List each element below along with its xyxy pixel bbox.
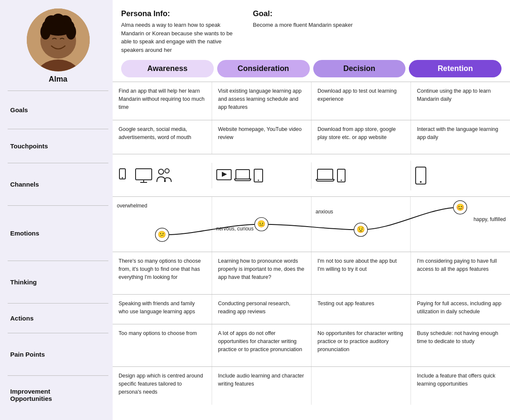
emotions-row: 😕 😐 😟 😊 overwhelmed nervous, cu <box>113 196 510 252</box>
tablet-icon <box>254 169 263 182</box>
label-pain-points: Pain Points <box>8 333 108 375</box>
svg-text:😟: 😟 <box>357 225 365 233</box>
thinking-consideration: Learning how to pronounce words properly… <box>212 252 311 294</box>
improvement-awareness: Design app which is centred around speci… <box>113 367 212 405</box>
improvement-row: Design app which is centred around speci… <box>113 366 510 405</box>
improvement-retention: Include a feature that offers quick lear… <box>411 367 510 405</box>
svg-marker-18 <box>222 172 227 177</box>
goal-body: Become a more fluent Mandarin speaker <box>253 21 353 29</box>
thinking-decision: I'm not too sure about the app but I'm w… <box>311 252 411 294</box>
persona-block: Alma <box>8 9 108 84</box>
journey-map: Alma Goals Touchpoints Channels Emotions… <box>0 0 510 420</box>
label-channels: Channels <box>8 163 108 205</box>
touchpoints-row: Google search, social media, advertiseme… <box>113 120 510 154</box>
stages-row: Awareness Consideration Decision Retenti… <box>113 60 510 82</box>
svg-point-26 <box>420 181 422 183</box>
stage-retention: Retention <box>409 60 502 77</box>
pain-points-row: Too many options to choose from A lot of… <box>113 324 510 366</box>
svg-point-21 <box>258 179 259 181</box>
thinking-row: There's so many options to choose from, … <box>113 252 510 294</box>
stage-decision: Decision <box>313 60 406 77</box>
label-goals: Goals <box>8 91 108 129</box>
persona-info-body: Alma needs a way to learn how to speak M… <box>121 21 240 54</box>
label-improvement: Improvement Opportunities <box>8 375 108 414</box>
persona-name: Alma <box>48 75 67 84</box>
play-icon <box>216 169 232 182</box>
goals-row: Find an app that will help her learn Man… <box>113 82 510 120</box>
persona-info-section: Persona Info: Alma needs a way to learn … <box>121 9 240 54</box>
label-touchpoints: Touchpoints <box>8 129 108 163</box>
actions-awareness: Speaking with friends and family who use… <box>113 295 212 324</box>
group-icon <box>155 167 173 184</box>
channels-decision <box>311 162 411 189</box>
label-emotions: Emotions <box>8 205 108 261</box>
label-thinking: Thinking <box>8 261 108 303</box>
svg-rect-12 <box>136 169 152 180</box>
svg-rect-22 <box>317 169 333 179</box>
desktop-icon <box>135 168 153 183</box>
laptop-icon2 <box>316 168 334 183</box>
channels-awareness <box>113 161 212 190</box>
pain-decision: No opportunites for character writing pr… <box>311 324 411 366</box>
actions-decision: Testing out app features <box>311 295 411 324</box>
svg-text:😕: 😕 <box>158 230 166 238</box>
svg-rect-19 <box>236 170 249 179</box>
pain-retention: Busy schedule: not having enough time to… <box>411 324 510 366</box>
label-actions: Actions <box>8 303 108 333</box>
goals-awareness: Find an app that will help her learn Man… <box>113 82 212 120</box>
header-area: Persona Info: Alma needs a way to learn … <box>113 0 510 60</box>
actions-consideration: Conducting personal research, reading ap… <box>212 295 311 324</box>
right-panel: Persona Info: Alma needs a way to learn … <box>113 0 510 420</box>
goals-retention: Continue using the app to learn Mandarin… <box>411 82 510 120</box>
avatar <box>27 9 90 71</box>
improvement-decision <box>311 367 411 405</box>
laptop-icon <box>234 169 251 182</box>
label-rows: Goals Touchpoints Channels Emotions Thin… <box>8 91 108 416</box>
goals-decision: Download app to test out learning experi… <box>311 82 411 120</box>
channels-row <box>113 154 510 196</box>
channels-retention <box>411 161 510 190</box>
goal-section: Goal: Become a more fluent Mandarin spea… <box>253 9 353 54</box>
actions-retention: Paying for full access, including app ut… <box>411 295 510 324</box>
svg-point-24 <box>341 179 342 181</box>
touchpoints-decision: Download from app store, google play sto… <box>311 120 411 154</box>
touchpoints-retention: Interact with the language learning app … <box>411 120 510 154</box>
phone-icon <box>117 168 132 183</box>
goal-title: Goal: <box>253 9 353 18</box>
touchpoints-consideration: Website homepage, YouTube video review <box>212 120 311 154</box>
svg-text:😊: 😊 <box>456 203 465 211</box>
svg-point-9 <box>51 14 65 27</box>
phone-icon2 <box>337 169 346 182</box>
persona-info-title: Persona Info: <box>121 9 240 18</box>
improvement-consideration: Include audio learning and character wri… <box>212 367 311 405</box>
goals-consideration: Visit existing language learning app and… <box>212 82 311 120</box>
thinking-awareness: There's so many options to choose from, … <box>113 252 212 294</box>
svg-point-11 <box>122 177 123 178</box>
stage-consideration: Consideration <box>217 60 310 77</box>
channels-consideration <box>212 163 311 188</box>
left-panel: Alma Goals Touchpoints Channels Emotions… <box>0 0 113 420</box>
rows-container: Find an app that will help her learn Man… <box>113 82 510 420</box>
stage-awareness: Awareness <box>121 60 214 77</box>
phone-icon3 <box>415 167 426 184</box>
svg-point-15 <box>159 169 164 174</box>
svg-point-16 <box>165 169 169 173</box>
thinking-retention: I'm considering paying to have full acce… <box>411 252 510 294</box>
actions-row: Speaking with friends and family who use… <box>113 294 510 324</box>
emotion-curve: 😕 😐 😟 😊 <box>113 197 510 252</box>
pain-awareness: Too many options to choose from <box>113 324 212 366</box>
svg-text:😐: 😐 <box>257 220 266 228</box>
touchpoints-awareness: Google search, social media, advertiseme… <box>113 120 212 154</box>
pain-consideration: A lot of apps do not offer opportunities… <box>212 324 311 366</box>
